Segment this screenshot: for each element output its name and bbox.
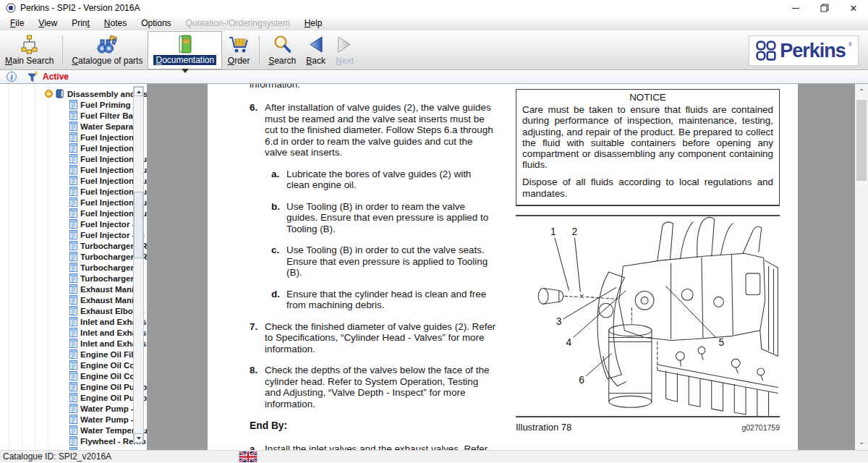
infobar: i Active xyxy=(0,70,868,84)
main-search-button[interactable]: Main Search xyxy=(0,30,59,69)
tree-item[interactable]: Engine Oil Filter xyxy=(0,349,147,360)
minimize-button[interactable] xyxy=(781,0,810,16)
document-scrollbar-thumb[interactable] xyxy=(856,100,867,181)
step-marker: b. xyxy=(271,201,280,213)
back-icon xyxy=(307,33,325,56)
procedure-steps: 6.After installation of valve guides (2)… xyxy=(250,102,496,409)
menu-item[interactable]: Print xyxy=(64,17,97,30)
filter-funnel-icon[interactable] xyxy=(27,71,39,82)
titlebar: Perkins - SPI2 - Version 2016A ✕ xyxy=(0,0,868,16)
procedure-step: c.Use Tooling (B) in order to cut the va… xyxy=(271,245,496,279)
search-label: Search xyxy=(268,56,296,66)
tree-item[interactable]: Fuel Injection Li xyxy=(0,143,147,153)
tree-item[interactable]: Exhaust Manifol xyxy=(0,294,147,305)
tree-item[interactable]: Fuel Injector - R xyxy=(0,218,147,229)
tree-root-item[interactable]: Disassembly and As xyxy=(0,88,147,99)
tree-item[interactable]: Fuel Injection Pu xyxy=(0,164,147,175)
tree-item[interactable]: Turbocharger - I xyxy=(0,273,147,284)
toolbar-separator xyxy=(62,35,63,64)
illustration-caption: Illustration 78 xyxy=(516,422,571,433)
callout-4: 4 xyxy=(566,337,572,348)
collapse-expander-icon[interactable] xyxy=(45,90,53,98)
tree-item[interactable]: Turbocharger - R xyxy=(0,240,147,251)
tree-item[interactable]: Inlet and Exhaus xyxy=(0,316,147,327)
uk-flag-icon[interactable] xyxy=(239,451,258,462)
tree-item[interactable]: Flywheel - Remo xyxy=(0,436,147,446)
document-icon xyxy=(69,349,77,359)
document-icon xyxy=(69,165,77,174)
perkins-logo-reg: ® xyxy=(848,42,852,47)
close-button[interactable]: ✕ xyxy=(839,0,868,16)
restore-button[interactable] xyxy=(810,0,839,16)
menu-item[interactable]: Quotation-/Orderingsystem xyxy=(179,17,297,30)
catalogue-of-parts-button[interactable]: Catalogue of parts xyxy=(67,30,148,69)
document-icon xyxy=(69,393,77,402)
info-icon[interactable]: i xyxy=(7,72,17,82)
tree-item[interactable]: Fuel Injection Li xyxy=(0,132,147,143)
search-button[interactable]: Search xyxy=(263,30,301,69)
toolbar: Main Search Catalogue of parts xyxy=(0,30,868,70)
tree-item[interactable]: Exhaust Manifol xyxy=(0,284,147,294)
tree-scroll-up-icon[interactable] xyxy=(134,87,143,96)
document-icon xyxy=(69,176,77,185)
menu-item[interactable]: Notes xyxy=(97,17,134,30)
tree-item[interactable]: Fuel Injection Pu xyxy=(0,186,147,197)
tree-item[interactable]: Engine Oil Pump xyxy=(0,392,147,403)
tree-item[interactable]: Fuel Priming Pu xyxy=(0,99,147,110)
perkins-logo: Perkins ® xyxy=(749,35,859,66)
tree-item[interactable]: Inlet and Exhaus xyxy=(0,338,147,349)
tree-item[interactable]: Water Pump - In xyxy=(0,414,147,425)
tree-item[interactable]: Engine Oil Pump xyxy=(0,381,147,392)
tree-item[interactable]: Exhaust Elbow - xyxy=(0,305,147,316)
tree-item[interactable]: Fuel Injection Pu xyxy=(0,197,147,208)
scroll-down-icon[interactable]: ⌄ xyxy=(855,436,868,448)
order-label: Order xyxy=(228,56,250,66)
step-marker: 6. xyxy=(250,102,258,114)
tree-scroll-down-icon[interactable] xyxy=(134,433,143,443)
procedure-step: 7.Check the finished diameter of valve g… xyxy=(250,321,496,355)
tree-item[interactable]: Fuel Filter Base xyxy=(0,110,147,121)
tree-item[interactable]: Engine Oil Cool xyxy=(0,360,147,370)
step-marker: c. xyxy=(271,245,279,256)
tree-scrollbar[interactable] xyxy=(133,86,144,443)
tree-item[interactable]: Turbocharger - R xyxy=(0,251,147,262)
tree-item[interactable]: Fuel Injection Pu xyxy=(0,175,147,186)
tree-item[interactable]: Fuel Injector - In xyxy=(0,229,147,240)
document-icon xyxy=(69,122,77,131)
menu-item[interactable]: File xyxy=(3,17,31,30)
document-icon xyxy=(69,382,77,391)
document-icon xyxy=(69,317,77,326)
selected-pointer-icon xyxy=(182,69,189,73)
step-text: Use Tooling (B) in order to ream the val… xyxy=(286,201,488,234)
scroll-up-icon[interactable]: ⌃ xyxy=(855,86,868,98)
app-window: Perkins - SPI2 - Version 2016A ✕ File Vi… xyxy=(0,0,868,463)
tree-item[interactable]: Engine Oil Cool xyxy=(0,370,147,381)
app-icon xyxy=(6,3,16,13)
document-icon xyxy=(69,415,77,424)
tree-item[interactable]: Inlet and Exhaus xyxy=(0,327,147,338)
document-scrollbar[interactable]: ⌃ ⌄ xyxy=(855,84,868,450)
menu-item[interactable]: Help xyxy=(297,17,330,30)
tree-item[interactable]: Fuel Injection Pu xyxy=(0,153,147,164)
catalogue-id-label: Catalogue ID: SPI2_v2016A xyxy=(3,451,111,462)
step-text: Lubricate the bores of valve guides (2) … xyxy=(286,169,471,191)
document-icon xyxy=(69,425,77,435)
restore-icon xyxy=(820,4,829,12)
perkins-logo-text: Perkins xyxy=(780,40,846,62)
tree-item[interactable]: Turbocharger - I xyxy=(0,262,147,273)
documentation-icon xyxy=(176,34,194,55)
document-icon xyxy=(69,360,77,370)
active-filter-label[interactable]: Active xyxy=(43,72,69,82)
tree-item[interactable]: Water Pump - R xyxy=(0,403,147,414)
menu-item[interactable]: Options xyxy=(134,17,178,30)
menu-item[interactable]: View xyxy=(31,17,64,30)
tree-item[interactable]: Water Separator xyxy=(0,121,147,132)
tree-item[interactable]: Fuel Injection Pu xyxy=(0,208,147,218)
toolbar-separator xyxy=(259,35,260,64)
documentation-button[interactable]: Documentation xyxy=(148,31,222,69)
order-button[interactable]: Order xyxy=(222,30,255,69)
back-button[interactable]: Back xyxy=(301,30,331,69)
tree-scrollbar-thumb[interactable] xyxy=(134,192,143,258)
notice-body2: Dispose of all fluids according to local… xyxy=(522,177,773,198)
tree-item[interactable]: Water Temperatu xyxy=(0,425,147,436)
